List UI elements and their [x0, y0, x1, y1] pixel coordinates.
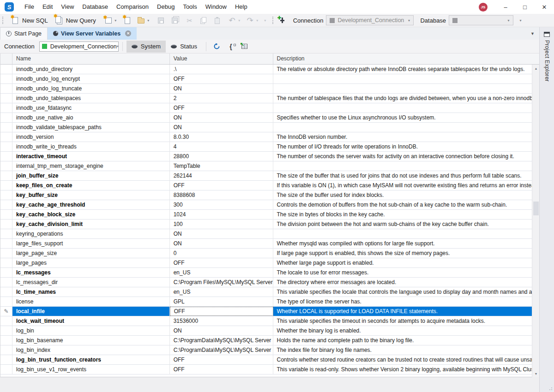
table-row[interactable]: licenseGPLThe type of license the server… — [0, 297, 532, 307]
cell-variable-name[interactable]: lock_wait_timeout — [12, 316, 170, 326]
cell-variable-value[interactable]: OFF — [170, 74, 273, 83]
table-row[interactable]: large_page_size0If large page support is… — [0, 249, 532, 258]
cell-variable-value[interactable]: GPL — [170, 297, 273, 306]
table-row[interactable]: key_cache_division_limit100The division … — [0, 220, 532, 229]
menu-tools[interactable]: Tools — [179, 0, 201, 14]
table-row[interactable]: innodb_write_io_threads4The number of I/… — [0, 142, 532, 152]
new-document-dropdown-icon[interactable]: ▾ — [113, 18, 118, 23]
table-row[interactable]: internal_tmp_mem_storage_engineTempTable — [0, 161, 532, 171]
close-button[interactable]: ✕ — [535, 0, 554, 14]
cell-variable-value[interactable]: OFF — [170, 365, 273, 374]
new-file-icon[interactable]: ✱ — [123, 16, 132, 25]
minimize-button[interactable]: – — [496, 0, 515, 14]
table-row[interactable]: log_bin_trust_function_creatorsOFFContro… — [0, 355, 532, 365]
cell-variable-name[interactable]: keyring_operations — [12, 229, 170, 238]
cell-variable-value[interactable]: 4 — [170, 142, 273, 151]
menu-comparison[interactable]: Comparison — [112, 0, 153, 14]
scroll-up-icon[interactable]: ▲ — [532, 65, 540, 72]
cell-variable-name[interactable]: innodb_validate_tablespace_paths — [12, 123, 170, 132]
cell-variable-name[interactable]: innodb_undo_tablespaces — [12, 94, 170, 103]
table-row[interactable]: innodb_validate_tablespace_pathsON — [0, 123, 532, 132]
tab-start-page[interactable]: Start Page — [0, 27, 48, 40]
cell-variable-value[interactable]: ON — [170, 84, 273, 93]
table-row[interactable]: log_bin_use_v1_row_eventsOFFThis variabl… — [0, 365, 532, 374]
cell-variable-value[interactable]: C:\ProgramData\MySQL\MySQL Server 8.0... — [170, 336, 273, 345]
cell-variable-name[interactable]: lc_messages_dir — [12, 278, 170, 287]
scroll-down-icon[interactable]: ▼ — [532, 370, 540, 377]
paste-icon[interactable] — [213, 16, 222, 25]
cell-variable-value[interactable]: .\ — [170, 65, 273, 74]
cell-variable-name[interactable]: large_files_support — [12, 239, 170, 248]
cell-variable-name[interactable]: keep_files_on_create — [12, 181, 170, 190]
cell-variable-value[interactable]: 262144 — [170, 171, 273, 180]
cell-variable-value[interactable]: en_US — [170, 287, 273, 297]
header-description[interactable]: Description — [273, 53, 532, 64]
cell-variable-name[interactable]: innodb_undo_log_encrypt — [12, 74, 170, 83]
table-row[interactable]: log_bin_basenameC:\ProgramData\MySQL\MyS… — [0, 336, 532, 345]
toolbar-grip[interactable] — [2, 17, 5, 24]
cell-variable-value[interactable]: 2 — [170, 94, 273, 103]
table-row[interactable]: lc_messagesen_USThe locale to use for er… — [0, 268, 532, 278]
cell-variable-name[interactable]: log_bin_trust_function_creators — [12, 355, 170, 364]
copy-icon[interactable] — [199, 16, 208, 25]
redo-icon[interactable]: ↷ — [246, 16, 255, 25]
cell-variable-name[interactable]: innodb_use_fdatasync — [12, 103, 170, 113]
cell-variable-name[interactable]: lc_messages — [12, 268, 170, 277]
toolbar-database-select[interactable]: ▾ — [449, 15, 513, 25]
cell-variable-name[interactable]: license — [12, 297, 170, 306]
cell-variable-value[interactable]: 100 — [170, 220, 273, 229]
table-row[interactable]: keyring_operationsON — [0, 229, 532, 239]
table-row[interactable]: key_cache_age_threshold300Controls the d… — [0, 200, 532, 210]
cell-variable-name[interactable]: log_bin_index — [12, 345, 170, 355]
cell-variable-name[interactable]: interactive_timeout — [12, 152, 170, 161]
cell-variable-value[interactable]: OFF — [170, 258, 273, 267]
cell-variable-name[interactable]: large_page_size — [12, 249, 170, 258]
new-document-icon[interactable]: ✱ — [104, 16, 113, 25]
tab-close-icon[interactable]: ✕ — [125, 30, 131, 36]
cell-variable-name[interactable]: key_buffer_size — [12, 190, 170, 200]
cell-variable-name[interactable]: log_bin_use_v1_row_events — [12, 365, 170, 374]
cut-icon[interactable]: ✂ — [185, 16, 194, 25]
table-row[interactable]: large_files_supportONWhether mysqld was … — [0, 239, 532, 249]
table-row[interactable]: log_bin_indexC:\ProgramData\MySQL\MySQL … — [0, 345, 532, 355]
tab-overflow-icon[interactable]: ▼ — [530, 31, 535, 36]
menu-window[interactable]: Window — [201, 0, 231, 14]
table-row[interactable]: innodb_version8.0.30The InnoDB version n… — [0, 132, 532, 142]
menu-file[interactable]: File — [20, 0, 38, 14]
export-grid-button[interactable]: ↖ — [239, 41, 251, 52]
toolbar-connection-select[interactable]: Development_Connection ▾ — [326, 15, 414, 25]
menu-database[interactable]: Database — [78, 0, 112, 14]
scrollbar-thumb[interactable] — [533, 202, 539, 215]
status-toggle-button[interactable]: Status — [166, 41, 202, 53]
table-row[interactable]: keep_files_on_createOFFIf this variable … — [0, 181, 532, 190]
cell-variable-value[interactable]: OFF — [170, 355, 273, 364]
cell-variable-name[interactable]: log_bin — [12, 326, 170, 335]
table-row[interactable]: innodb_use_native_aioONSpecifies whether… — [0, 113, 532, 123]
table-row[interactable]: key_buffer_size8388608The size of the bu… — [0, 190, 532, 200]
extra-dropdown-icon[interactable]: ▾ — [263, 18, 268, 23]
cell-variable-name[interactable]: local_infile — [12, 307, 170, 316]
toolbar-grip-2[interactable] — [272, 17, 275, 24]
menu-view[interactable]: View — [57, 0, 78, 14]
table-row[interactable]: ✎local_infileOFFWhether LOCAL is support… — [0, 307, 532, 316]
cell-variable-name[interactable]: key_cache_block_size — [12, 210, 170, 219]
cell-variable-name[interactable]: innodb_undo_log_truncate — [12, 84, 170, 93]
redo-dropdown-icon[interactable]: ▾ — [255, 18, 260, 23]
table-row[interactable]: interactive_timeout28800The number of se… — [0, 152, 532, 161]
cell-variable-value[interactable]: 31536000 — [170, 316, 273, 326]
cell-variable-value[interactable]: 1024 — [170, 210, 273, 219]
table-row[interactable]: innodb_undo_directory.\The relative or a… — [0, 65, 532, 74]
cell-variable-name[interactable]: innodb_version — [12, 132, 170, 142]
cell-variable-name[interactable]: key_cache_age_threshold — [12, 200, 170, 209]
cell-variable-value[interactable]: ON — [170, 113, 273, 122]
cell-variable-value[interactable]: C:\ProgramData\MySQL\MySQL Server 8.0... — [170, 345, 273, 355]
cell-variable-name[interactable]: innodb_use_native_aio — [12, 113, 170, 122]
cell-variable-value[interactable]: ON — [170, 123, 273, 132]
cell-variable-value[interactable]: ON — [170, 326, 273, 335]
table-row[interactable]: log_binONWhether the binary log is enabl… — [0, 326, 532, 336]
cell-variable-value[interactable]: OFF — [170, 307, 273, 316]
open-file-dropdown-icon[interactable]: ▾ — [146, 18, 151, 23]
script-changes-button[interactable]: { — [225, 41, 237, 52]
cell-variable-name[interactable]: join_buffer_size — [12, 171, 170, 180]
undo-dropdown-icon[interactable]: ▾ — [237, 18, 242, 23]
